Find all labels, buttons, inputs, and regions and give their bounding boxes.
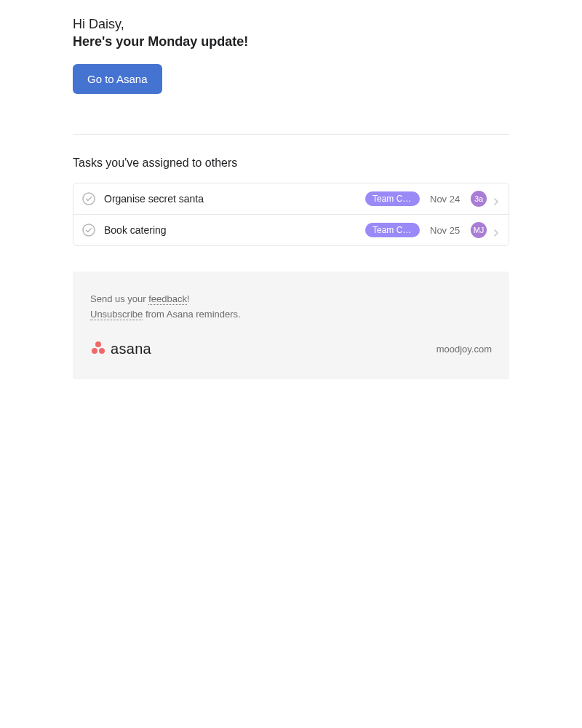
- chevron-right-icon: [493, 195, 500, 202]
- divider: [73, 134, 509, 135]
- asana-dots-icon: [90, 340, 106, 359]
- feedback-line: Send us your feedback!: [90, 292, 492, 307]
- task-due-date: Nov 25: [430, 225, 465, 236]
- email-footer: Send us your feedback! Unsubscribe from …: [73, 272, 509, 379]
- email-header: Hi Daisy, Here's your Monday update! Go …: [73, 15, 509, 112]
- chevron-right-icon: [493, 226, 500, 234]
- svg-point-4: [99, 348, 105, 354]
- update-title: Here's your Monday update!: [73, 34, 509, 50]
- task-due-date: Nov 24: [430, 194, 465, 205]
- svg-point-0: [83, 193, 95, 205]
- svg-point-1: [83, 224, 95, 236]
- task-tag: Team Ch…: [365, 191, 420, 206]
- unsubscribe-link[interactable]: Unsubscribe: [90, 309, 143, 320]
- task-row[interactable]: Organise secret santa Team Ch… Nov 24 3a: [73, 183, 509, 215]
- unsubscribe-line: Unsubscribe from Asana reminders.: [90, 307, 492, 323]
- asana-logo: asana: [90, 340, 151, 359]
- section-title: Tasks you've assigned to others: [73, 157, 509, 170]
- task-list: Organise secret santa Team Ch… Nov 24 3a: [73, 183, 509, 246]
- svg-point-2: [95, 341, 101, 347]
- feedback-prefix: Send us your: [90, 293, 148, 304]
- check-circle-icon[interactable]: [82, 223, 95, 237]
- task-row[interactable]: Book catering Team Ch… Nov 25 MJ: [73, 215, 509, 245]
- assignee-avatar: MJ: [471, 222, 487, 238]
- go-to-asana-button[interactable]: Go to Asana: [73, 64, 162, 94]
- tasks-section: Tasks you've assigned to others Organise…: [73, 157, 509, 246]
- assignee-avatar: 3a: [471, 191, 487, 207]
- feedback-suffix: !: [187, 293, 190, 304]
- task-tag: Team Ch…: [365, 223, 420, 237]
- task-title: Book catering: [104, 224, 365, 236]
- check-circle-icon[interactable]: [82, 192, 95, 205]
- asana-logo-text: asana: [111, 341, 151, 357]
- task-title: Organise secret santa: [104, 193, 365, 205]
- footer-domain: moodjoy.com: [436, 344, 492, 355]
- svg-point-3: [92, 348, 97, 354]
- greeting-text: Hi Daisy,: [73, 15, 509, 34]
- unsubscribe-suffix: from Asana reminders.: [143, 309, 240, 320]
- feedback-link[interactable]: feedback: [148, 293, 187, 305]
